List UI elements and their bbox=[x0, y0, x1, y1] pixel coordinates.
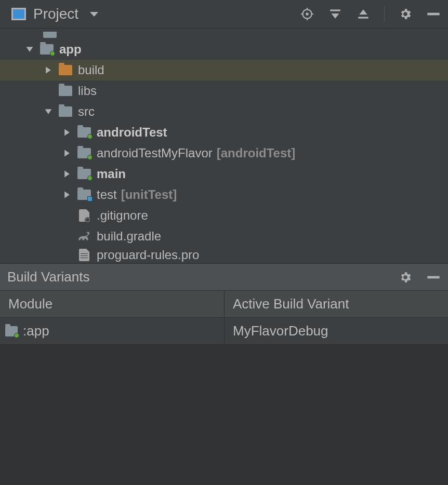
chevron-right-icon[interactable] bbox=[61, 149, 73, 157]
tree-label-suffix: [unitTest] bbox=[121, 187, 177, 202]
build-variants-header: Build Variants bbox=[0, 263, 448, 291]
chevron-down-icon[interactable] bbox=[24, 45, 35, 53]
tree-node-gitignore[interactable]: .gitignore bbox=[0, 205, 448, 226]
variant-cell[interactable]: MyFlavorDebug bbox=[225, 318, 448, 344]
tree-label: build bbox=[78, 63, 104, 77]
tree-label: .gitignore bbox=[97, 208, 148, 223]
toolbar-actions bbox=[300, 6, 441, 22]
chevron-right-icon[interactable] bbox=[61, 170, 73, 178]
chevron-down-icon[interactable] bbox=[43, 107, 54, 116]
tree-node-test[interactable]: test [unitTest] bbox=[0, 184, 448, 205]
project-window-icon bbox=[11, 8, 26, 20]
project-view-selector[interactable]: Project bbox=[33, 6, 78, 22]
collapse-all-icon[interactable] bbox=[356, 7, 371, 21]
module-name: :app bbox=[23, 323, 49, 339]
tree-node-app[interactable]: app bbox=[0, 39, 448, 60]
gradle-icon bbox=[77, 231, 91, 242]
tree-label: androidTest bbox=[97, 125, 167, 140]
gear-icon[interactable] bbox=[398, 270, 413, 285]
chevron-down-icon[interactable] bbox=[90, 12, 98, 17]
tree-label: libs bbox=[78, 84, 97, 98]
project-tree[interactable]: app build libs src androidTest a bbox=[0, 29, 448, 263]
svg-marker-11 bbox=[27, 47, 33, 52]
project-toolbar: Project bbox=[0, 0, 448, 29]
svg-marker-14 bbox=[64, 129, 70, 136]
tree-node-libs[interactable]: libs bbox=[0, 80, 448, 101]
svg-marker-17 bbox=[64, 192, 70, 198]
svg-point-5 bbox=[306, 13, 308, 15]
column-header-variant[interactable]: Active Build Variant bbox=[225, 291, 448, 317]
tree-label-suffix: [androidTest] bbox=[217, 146, 296, 160]
panel-title: Build Variants bbox=[7, 269, 90, 285]
svg-marker-15 bbox=[64, 150, 70, 157]
build-variants-empty-area bbox=[0, 345, 448, 485]
tree-node-androidtest[interactable]: androidTest bbox=[0, 122, 448, 143]
tree-label: androidTestMyFlavor bbox=[97, 146, 213, 160]
build-variants-row[interactable]: :app MyFlavorDebug bbox=[0, 318, 448, 345]
tree-row-truncated[interactable] bbox=[0, 32, 448, 39]
tree-node-androidtestmyflavor[interactable]: androidTestMyFlavor [androidTest] bbox=[0, 143, 448, 164]
tree-node-src[interactable]: src bbox=[0, 101, 448, 122]
hide-icon[interactable] bbox=[426, 270, 441, 285]
svg-rect-18 bbox=[427, 276, 439, 278]
tree-label: app bbox=[59, 42, 82, 57]
tree-label: proguard-rules.pro bbox=[97, 248, 199, 262]
svg-marker-16 bbox=[64, 171, 70, 178]
chevron-right-icon[interactable] bbox=[61, 191, 73, 199]
tree-label: src bbox=[78, 104, 95, 119]
tree-node-build-gradle[interactable]: build.gradle bbox=[0, 226, 448, 247]
svg-marker-7 bbox=[331, 14, 339, 19]
tree-node-build[interactable]: build bbox=[0, 60, 448, 80]
module-icon bbox=[5, 326, 18, 336]
svg-rect-8 bbox=[358, 17, 368, 18]
module-cell[interactable]: :app bbox=[0, 318, 225, 344]
gear-icon[interactable] bbox=[398, 7, 413, 21]
tree-node-proguard[interactable]: proguard-rules.pro bbox=[0, 247, 448, 263]
hide-icon[interactable] bbox=[426, 7, 441, 21]
expand-all-icon[interactable] bbox=[328, 7, 342, 21]
column-header-module[interactable]: Module bbox=[0, 291, 225, 317]
svg-marker-13 bbox=[45, 109, 52, 114]
variant-name: MyFlavorDebug bbox=[233, 323, 328, 339]
svg-rect-6 bbox=[330, 9, 340, 11]
tree-label: build.gradle bbox=[97, 229, 161, 244]
toolbar-divider bbox=[384, 6, 385, 22]
build-variants-table-header: Module Active Build Variant bbox=[0, 291, 448, 318]
tree-label: test bbox=[97, 187, 117, 202]
chevron-right-icon[interactable] bbox=[43, 66, 54, 74]
tree-node-main[interactable]: main bbox=[0, 164, 448, 184]
svg-marker-12 bbox=[46, 67, 51, 74]
svg-rect-10 bbox=[427, 13, 439, 16]
chevron-right-icon[interactable] bbox=[61, 128, 73, 137]
target-icon[interactable] bbox=[300, 7, 314, 21]
tree-label: main bbox=[97, 167, 126, 181]
svg-marker-9 bbox=[359, 9, 367, 15]
